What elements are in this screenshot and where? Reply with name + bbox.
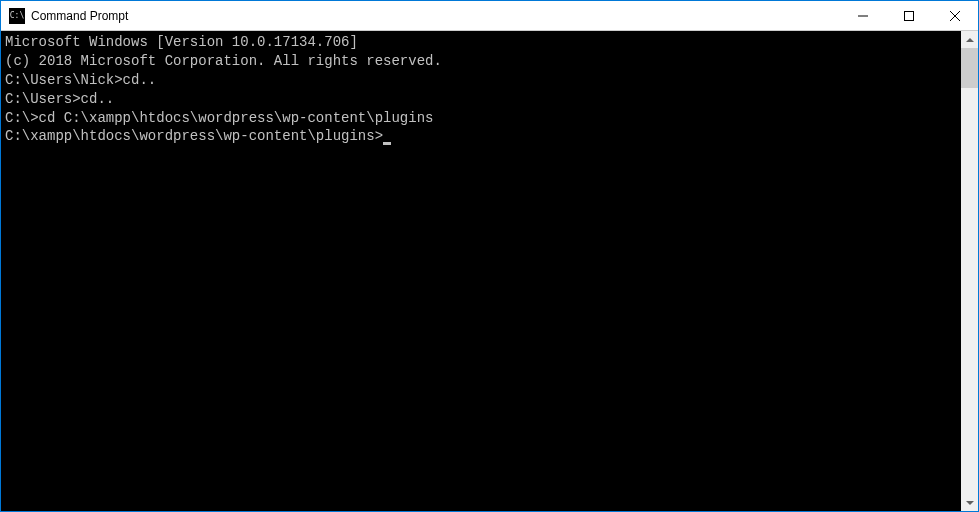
maximize-icon	[904, 11, 914, 21]
chevron-down-icon	[966, 499, 974, 507]
terminal-line: Microsoft Windows [Version 10.0.17134.70…	[5, 33, 957, 52]
minimize-button[interactable]	[840, 1, 886, 30]
scroll-thumb[interactable]	[961, 48, 978, 88]
scroll-up-button[interactable]	[961, 31, 978, 48]
terminal-line: (c) 2018 Microsoft Corporation. All righ…	[5, 52, 957, 71]
terminal-line: C:\xampp\htdocs\wordpress\wp-content\plu…	[5, 127, 957, 146]
terminal-line: C:\>cd C:\xampp\htdocs\wordpress\wp-cont…	[5, 109, 957, 128]
svg-marker-4	[966, 38, 974, 42]
vertical-scrollbar[interactable]	[961, 31, 978, 511]
terminal-container: Microsoft Windows [Version 10.0.17134.70…	[1, 31, 978, 511]
terminal-line: C:\Users\Nick>cd..	[5, 71, 957, 90]
svg-rect-1	[905, 11, 914, 20]
terminal-cursor	[383, 142, 391, 145]
scroll-down-button[interactable]	[961, 494, 978, 511]
window-title: Command Prompt	[31, 9, 128, 23]
terminal-line: C:\Users>cd..	[5, 90, 957, 109]
terminal-output[interactable]: Microsoft Windows [Version 10.0.17134.70…	[1, 31, 961, 511]
app-icon: C:\	[9, 8, 25, 24]
window-frame: C:\ Command Prompt Microsoft Windows [Ve…	[0, 0, 979, 512]
minimize-icon	[858, 11, 868, 21]
svg-marker-5	[966, 501, 974, 505]
close-button[interactable]	[932, 1, 978, 30]
scroll-track[interactable]	[961, 48, 978, 494]
cmd-icon-glyph: C:\	[10, 12, 24, 20]
close-icon	[950, 11, 960, 21]
chevron-up-icon	[966, 36, 974, 44]
maximize-button[interactable]	[886, 1, 932, 30]
titlebar[interactable]: C:\ Command Prompt	[1, 1, 978, 31]
window-controls	[840, 1, 978, 30]
